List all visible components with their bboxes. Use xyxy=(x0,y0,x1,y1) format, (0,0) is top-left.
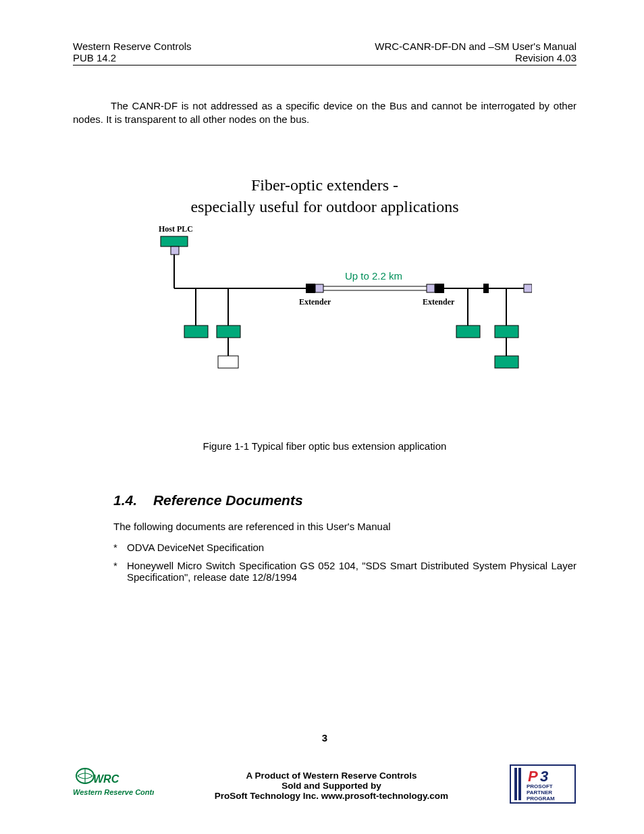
footer-line3: ProSoft Technology Inc. www.prosoft-tech… xyxy=(154,791,509,801)
footer-row: WRC Western Reserve Controls A Product o… xyxy=(73,764,576,807)
intro-paragraph: The CANR-DF is not addressed as a specif… xyxy=(73,99,576,127)
svg-rect-14 xyxy=(435,284,444,293)
svg-rect-20 xyxy=(456,325,480,338)
p3-logo: P 3 PROSOFT PARTNER PROGRAM xyxy=(509,764,576,807)
wrc-logo: WRC Western Reserve Controls xyxy=(73,768,154,803)
svg-text:3: 3 xyxy=(540,768,548,785)
svg-text:PROSOFT: PROSOFT xyxy=(527,783,553,789)
footer-line1: A Product of Western Reserve Controls xyxy=(154,771,509,781)
svg-rect-6 xyxy=(184,325,208,338)
page-footer: 3 WRC Western Reserve Controls A Product… xyxy=(73,732,576,807)
page-number: 3 xyxy=(73,732,576,744)
reference-text: ODVA DeviceNet Specification xyxy=(127,542,576,553)
figure-heading-line1: Fiber-optic extenders - xyxy=(73,174,576,196)
svg-rect-21 xyxy=(495,325,518,338)
reference-list: * ODVA DeviceNet Specification * Honeywe… xyxy=(73,542,576,583)
revision-number: Revision 4.03 xyxy=(375,52,576,63)
section-title: Reference Documents xyxy=(153,492,303,508)
figure-heading: Fiber-optic extenders - especially usefu… xyxy=(73,174,576,218)
svg-rect-8 xyxy=(218,356,238,368)
diagram-svg xyxy=(154,224,532,393)
svg-rect-5 xyxy=(171,246,179,255)
svg-text:PROGRAM: PROGRAM xyxy=(527,796,555,802)
section-number: 1.4. xyxy=(113,492,149,508)
page-header: Western Reserve Controls PUB 14.2 WRC-CA… xyxy=(73,41,576,66)
label-distance: Up to 2.2 km xyxy=(345,270,402,282)
label-extender-right: Extender xyxy=(423,297,454,307)
bullet-icon: * xyxy=(113,560,127,583)
company-name: Western Reserve Controls xyxy=(73,41,192,52)
reference-text: Honeywell Micro Switch Specification GS … xyxy=(127,560,576,583)
svg-text:P: P xyxy=(528,768,538,785)
svg-rect-19 xyxy=(483,284,489,293)
reference-item: * Honeywell Micro Switch Specification G… xyxy=(113,560,576,583)
svg-text:Western Reserve Controls: Western Reserve Controls xyxy=(73,788,154,796)
footer-line2: Sold and Supported by xyxy=(154,781,509,791)
svg-rect-4 xyxy=(161,236,188,246)
svg-text:WRC: WRC xyxy=(93,773,119,785)
diagram: Host PLC Up to 2.2 km Extender Extender xyxy=(154,224,532,393)
reference-intro: The following documents are referenced i… xyxy=(73,521,576,532)
label-extender-left: Extender xyxy=(299,297,331,307)
svg-rect-29 xyxy=(518,768,521,800)
svg-rect-22 xyxy=(495,356,518,368)
svg-text:PARTNER: PARTNER xyxy=(527,789,552,796)
manual-title: WRC-CANR-DF-DN and –SM User's Manual xyxy=(375,41,576,52)
figure-heading-line2: especially useful for outdoor applicatio… xyxy=(73,196,576,217)
footer-center: A Product of Western Reserve Controls So… xyxy=(154,771,509,801)
figure-caption: Figure 1-1 Typical fiber optic bus exten… xyxy=(73,440,576,452)
bullet-icon: * xyxy=(113,542,127,553)
svg-rect-10 xyxy=(315,284,323,292)
section-heading: 1.4. Reference Documents xyxy=(73,492,576,509)
svg-rect-16 xyxy=(524,284,532,292)
reference-item: * ODVA DeviceNet Specification xyxy=(113,542,576,553)
svg-rect-28 xyxy=(514,768,517,800)
label-host-plc: Host PLC xyxy=(159,224,193,234)
header-left: Western Reserve Controls PUB 14.2 xyxy=(73,41,192,63)
svg-rect-7 xyxy=(217,325,240,338)
svg-rect-13 xyxy=(427,284,435,292)
header-right: WRC-CANR-DF-DN and –SM User's Manual Rev… xyxy=(375,41,576,63)
svg-rect-9 xyxy=(306,284,315,293)
publication-number: PUB 14.2 xyxy=(73,52,192,63)
page: Western Reserve Controls PUB 14.2 WRC-CA… xyxy=(0,0,644,834)
